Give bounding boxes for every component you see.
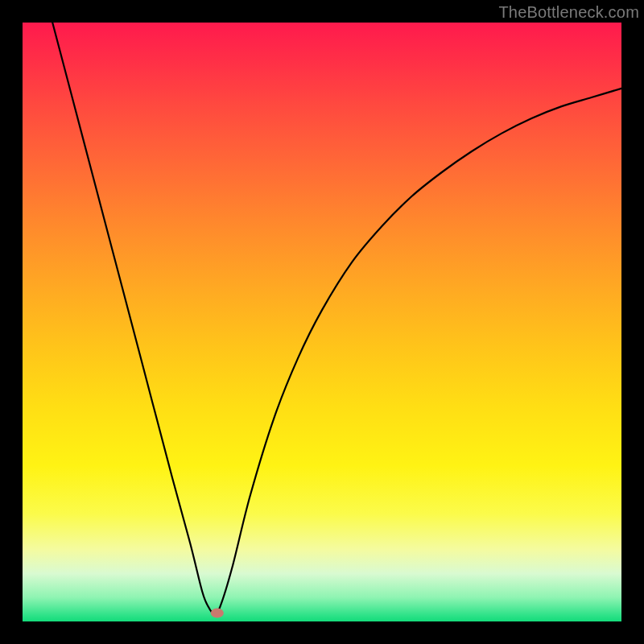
chart-svg: [23, 23, 621, 621]
watermark-text: TheBottleneck.com: [498, 3, 639, 22]
minimum-marker: [211, 609, 224, 618]
bottleneck-curve: [52, 23, 621, 614]
